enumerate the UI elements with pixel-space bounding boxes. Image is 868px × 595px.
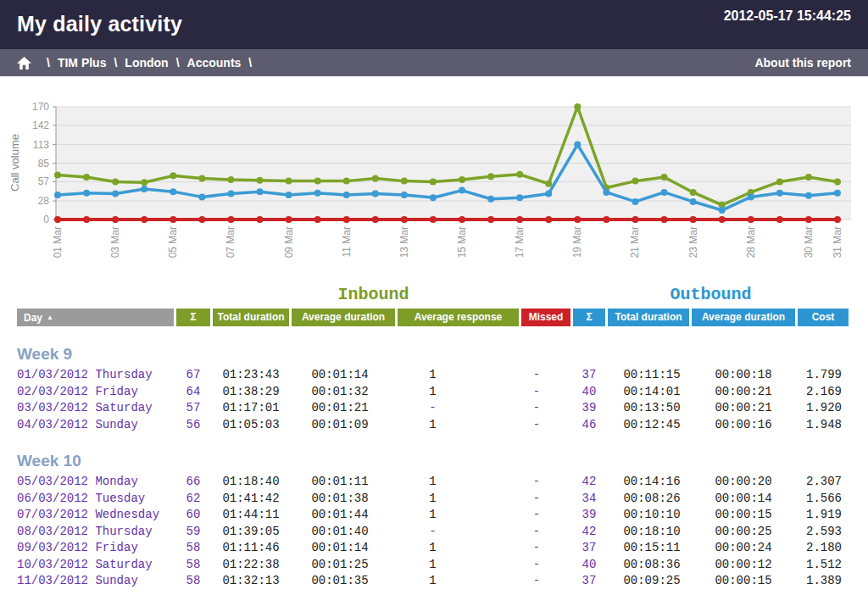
day-cell[interactable]: 08/03/2012 Thursday — [17, 524, 174, 541]
inbound-count-cell[interactable]: 58 — [176, 573, 210, 590]
y-tick-label: 0 — [43, 214, 49, 225]
breadcrumb-item-london[interactable]: London — [125, 56, 168, 70]
day-cell[interactable]: 11/03/2012 Sunday — [17, 573, 174, 590]
cost-cell: 1.389 — [798, 573, 849, 590]
inbound-count-cell[interactable]: 58 — [176, 540, 210, 557]
inbound-count-cell[interactable]: 60 — [176, 507, 210, 524]
missed-cell[interactable]: - — [521, 557, 570, 574]
data-point-missed — [198, 216, 205, 223]
data-point-inbound — [574, 103, 581, 110]
average-response-cell: 1 — [398, 557, 519, 574]
day-cell[interactable]: 10/03/2012 Saturday — [17, 557, 174, 574]
y-tick-label: 85 — [38, 158, 50, 170]
x-tick-label: 13 Mar — [398, 226, 410, 258]
column-header-inbound-sum[interactable]: Σ — [176, 309, 210, 326]
inbound-total-duration-cell: 01:22:38 — [213, 557, 289, 574]
day-cell[interactable]: 01/03/2012 Thursday — [17, 367, 174, 384]
data-point-inbound — [141, 179, 147, 186]
breadcrumb-item-tim-plus[interactable]: TIM Plus — [58, 56, 107, 70]
data-point-missed — [719, 216, 726, 223]
data-point-inbound — [286, 178, 292, 185]
column-header-outbound-total-duration[interactable]: Total duration — [608, 309, 689, 326]
average-response-cell: 1 — [398, 540, 519, 557]
week-heading: Week 10 — [17, 433, 849, 474]
inbound-count-cell[interactable]: 62 — [176, 491, 210, 508]
column-header-outbound-average-duration[interactable]: Average duration — [692, 309, 795, 326]
missed-cell[interactable]: - — [521, 417, 570, 434]
outbound-count-cell[interactable]: 42 — [573, 474, 605, 491]
data-point-inbound — [516, 171, 523, 178]
y-tick-label: 28 — [38, 195, 50, 207]
data-point-inbound — [690, 189, 697, 196]
data-point-inbound — [632, 178, 638, 185]
outbound-count-cell[interactable]: 37 — [573, 540, 605, 557]
outbound-count-cell[interactable]: 40 — [573, 557, 605, 574]
missed-cell[interactable]: - — [521, 400, 570, 417]
day-cell[interactable]: 07/03/2012 Wednesday — [17, 507, 174, 524]
missed-cell[interactable]: - — [521, 540, 570, 557]
outbound-count-cell[interactable]: 37 — [573, 573, 605, 590]
data-point-missed — [661, 216, 668, 223]
inbound-count-cell[interactable]: 58 — [176, 557, 210, 574]
about-this-report-link[interactable]: About this report — [754, 56, 851, 70]
data-point-outbound — [198, 193, 205, 200]
missed-cell[interactable]: - — [521, 491, 570, 508]
data-point-outbound — [719, 207, 726, 214]
outbound-count-cell[interactable]: 42 — [573, 524, 605, 541]
day-cell[interactable]: 04/03/2012 Sunday — [17, 417, 174, 434]
missed-cell[interactable]: - — [521, 524, 570, 541]
day-cell[interactable]: 09/03/2012 Friday — [17, 540, 174, 557]
breadcrumb-separator: \ — [47, 56, 50, 70]
average-response-cell: 1 — [398, 417, 519, 434]
data-point-missed — [748, 216, 754, 223]
missed-cell[interactable]: - — [521, 573, 570, 590]
outbound-count-cell[interactable]: 46 — [573, 417, 605, 434]
inbound-count-cell[interactable]: 57 — [176, 400, 210, 417]
data-point-outbound — [257, 188, 264, 195]
missed-cell[interactable]: - — [521, 367, 570, 384]
inbound-total-duration-cell: 01:23:43 — [213, 367, 289, 384]
outbound-count-cell[interactable]: 39 — [573, 400, 605, 417]
day-cell[interactable]: 03/03/2012 Saturday — [17, 400, 174, 417]
breadcrumb-separator: \ — [248, 56, 252, 70]
breadcrumb-separator: \ — [176, 56, 180, 70]
outbound-count-cell[interactable]: 34 — [573, 491, 605, 508]
column-header-missed[interactable]: Missed — [521, 309, 570, 326]
column-header-inbound-total-duration[interactable]: Total duration — [213, 309, 289, 326]
column-header-inbound-average-duration[interactable]: Average duration — [292, 309, 395, 326]
data-point-inbound — [83, 174, 90, 181]
outbound-average-duration-cell: 00:00:16 — [692, 417, 795, 434]
inbound-count-cell[interactable]: 67 — [176, 367, 210, 384]
data-point-outbound — [776, 190, 783, 197]
inbound-count-cell[interactable]: 56 — [176, 417, 210, 434]
column-header-cost[interactable]: Cost — [798, 309, 849, 326]
inbound-average-duration-cell: 00:01:14 — [292, 367, 395, 384]
outbound-total-duration-cell: 00:18:10 — [608, 524, 689, 541]
column-header-day[interactable]: Day▲ — [17, 309, 174, 326]
outbound-section-title: Outbound — [573, 285, 849, 309]
outbound-average-duration-cell: 00:00:24 — [692, 540, 795, 557]
missed-cell[interactable]: - — [521, 384, 570, 401]
day-cell[interactable]: 05/03/2012 Monday — [17, 474, 174, 491]
day-cell[interactable]: 02/03/2012 Friday — [17, 384, 174, 401]
column-header-average-response[interactable]: Average response — [398, 309, 519, 326]
average-response-cell[interactable]: - — [398, 400, 519, 417]
breadcrumb: \ TIM Plus \ London \ Accounts \ About t… — [0, 49, 868, 76]
outbound-count-cell[interactable]: 37 — [573, 367, 605, 384]
missed-cell[interactable]: - — [521, 507, 570, 524]
day-cell[interactable]: 06/03/2012 Tuesday — [17, 491, 174, 508]
inbound-count-cell[interactable]: 59 — [176, 524, 210, 541]
column-header-outbound-sum[interactable]: Σ — [573, 309, 605, 326]
outbound-count-cell[interactable]: 39 — [573, 507, 605, 524]
average-response-cell[interactable]: - — [398, 524, 519, 541]
data-point-missed — [372, 216, 379, 223]
inbound-count-cell[interactable]: 64 — [176, 384, 210, 401]
missed-cell[interactable]: - — [521, 474, 570, 491]
data-point-missed — [257, 216, 264, 223]
breadcrumb-item-accounts[interactable]: Accounts — [187, 56, 242, 70]
inbound-count-cell[interactable]: 66 — [176, 474, 210, 491]
outbound-average-duration-cell: 00:00:15 — [692, 573, 795, 590]
home-icon[interactable] — [17, 57, 31, 70]
outbound-count-cell[interactable]: 40 — [573, 384, 605, 401]
outbound-total-duration-cell: 00:13:50 — [608, 400, 689, 417]
